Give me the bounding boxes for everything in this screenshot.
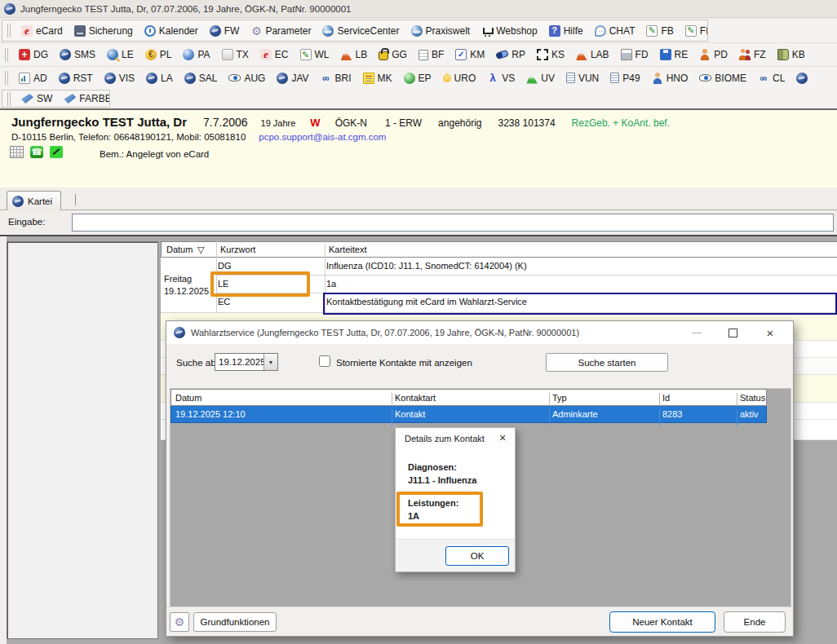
toolbar-grip[interactable] (5, 48, 8, 62)
toolbar-button[interactable]: EC (255, 47, 294, 62)
toolbar-button[interactable]: Webshop (476, 24, 542, 38)
toolbar-button[interactable]: EP (398, 71, 437, 86)
form-pencil-icon (685, 25, 697, 37)
toolbar-button[interactable]: FARBE (58, 91, 110, 106)
toolbar-button[interactable]: LB (335, 47, 374, 62)
toolbar-button-label: EC (275, 49, 289, 60)
toolbar-button-label: Hilfe (564, 25, 583, 37)
kontakt-header-datum[interactable]: Datum (175, 393, 202, 403)
vaccine-syringe-icon[interactable] (50, 146, 63, 158)
toolbar-button[interactable]: BRI (315, 71, 357, 86)
kartei-header-kurzwort[interactable]: Kurzwort (220, 245, 255, 254)
toolbar-button-label: WL (315, 49, 330, 60)
toolbar-button[interactable]: CHAT (589, 24, 641, 38)
kontakt-row-selected[interactable]: 19.12.2025 12:10 Kontakt Adminkarte 8283… (170, 406, 767, 423)
toolbar-button[interactable]: FW (204, 24, 246, 38)
kontakt-header-id[interactable]: Id (662, 393, 670, 403)
toolbar-button[interactable]: AD (13, 71, 53, 86)
toolbar-button[interactable]: FB (640, 24, 679, 38)
eingabe-input[interactable] (72, 214, 834, 232)
maximize-icon[interactable] (726, 326, 739, 339)
kartei-left-panel[interactable] (7, 241, 158, 639)
toolbar-button[interactable]: KB (772, 47, 811, 62)
minimize-icon[interactable]: — (690, 326, 703, 339)
toolbar-button[interactable]: VUN (560, 71, 604, 86)
calendar-grid-icon[interactable] (10, 146, 24, 158)
toolbar-button[interactable]: eCard (16, 24, 69, 38)
toolbar-button[interactable]: HNO (646, 71, 694, 86)
toolbar-button[interactable]: UV (520, 71, 560, 86)
euro-coin-icon (145, 49, 157, 60)
phone-green-icon[interactable] (30, 146, 43, 158)
toolbar-button[interactable]: PL (140, 47, 178, 62)
patient-banner-line2: D-10115 Berlin, Telefon: 06648190121, Mo… (11, 132, 386, 142)
patient-email-link[interactable]: pcpo.support@ais-at.cgm.com (259, 132, 386, 142)
toolbar-button[interactable]: AUG (223, 71, 271, 86)
date-combobox[interactable]: 19.12.2025 ▼ (215, 353, 278, 371)
chevron-down-icon[interactable]: ▼ (264, 354, 277, 370)
toolbar-button[interactable]: GG (373, 47, 413, 62)
toolbar-button[interactable]: LE (101, 47, 140, 62)
toolbar-button[interactable]: KS (531, 47, 570, 62)
toolbar-button[interactable] (790, 71, 817, 86)
tab-kartei-label: Kartei (28, 196, 52, 206)
suche-starten-button[interactable]: Suche starten (546, 353, 668, 372)
flask-icon (341, 49, 352, 60)
toolbar-button[interactable]: RST (53, 71, 99, 86)
ok-button[interactable]: OK (445, 546, 509, 566)
kontakt-header-status[interactable]: Status (740, 393, 765, 403)
toolbar-button[interactable]: BF (413, 47, 450, 62)
toolbar-button[interactable]: Kalender (139, 24, 204, 38)
close-icon[interactable]: × (764, 326, 777, 339)
tab-kartei[interactable]: Kartei (7, 191, 61, 210)
settings-button[interactable] (170, 612, 189, 632)
toolbar-button[interactable]: ServiceCenter (317, 24, 405, 38)
toolbar-button[interactable]: LA (140, 71, 179, 86)
kontakt-cell-id: 8283 (662, 409, 682, 419)
toolbar-button[interactable]: FL (680, 24, 708, 38)
toolbar-button[interactable]: Sicherung (69, 24, 139, 38)
toolbar-grip[interactable] (7, 24, 11, 37)
neuer-kontakt-button[interactable]: Neuer Kontakt (609, 611, 715, 633)
toolbar-button[interactable]: KM (450, 47, 490, 62)
toolbar-button[interactable]: LAB (570, 47, 615, 62)
patient-birthdate: 7.7.2006 (203, 116, 248, 129)
ende-button[interactable]: Ende (724, 611, 786, 633)
close-icon[interactable]: × (496, 431, 509, 444)
kartei-header-karteitext[interactable]: Karteitext (329, 245, 366, 254)
kartei-header-datum[interactable]: Datum (166, 245, 193, 254)
toolbar-button[interactable]: SMS (54, 47, 101, 62)
kontakt-header-kontaktart[interactable]: Kontaktart (395, 393, 436, 403)
toolbar-button[interactable]: JAV (271, 71, 314, 86)
grundfunktionen-button[interactable]: Grundfunktionen (193, 612, 277, 632)
toolbar-button[interactable]: PD (693, 47, 733, 62)
stornierte-checkbox[interactable] (319, 355, 330, 367)
toolbar-button[interactable]: DG (13, 47, 54, 62)
toolbar-button-label: AUG (244, 73, 265, 84)
toolbar-grip[interactable] (5, 71, 8, 85)
toolbar-button[interactable]: Praxiswelt (405, 24, 476, 38)
kontakt-header-typ[interactable]: Typ (552, 393, 567, 403)
form-pencil-icon (646, 25, 658, 37)
toolbar-button[interactable]: BIOME (693, 71, 752, 86)
toolbar-button[interactable]: RP (490, 47, 531, 62)
toolbar-grip[interactable] (7, 92, 11, 106)
toolbar-button[interactable]: WL (294, 47, 335, 62)
toolbar-button[interactable]: MK (357, 71, 398, 86)
toolbar-button[interactable]: SAL (179, 71, 224, 86)
toolbar-button[interactable]: VIS (99, 71, 140, 86)
sort-descending-icon[interactable]: ▽ (197, 245, 204, 255)
toolbar-button[interactable]: Parameter (245, 24, 317, 38)
toolbar-button[interactable]: PA (177, 47, 215, 62)
clock-icon (144, 25, 156, 37)
toolbar-button[interactable]: URO (437, 71, 482, 86)
toolbar-button[interactable]: CL (752, 71, 790, 86)
toolbar-button[interactable]: VS (481, 71, 520, 86)
toolbar-button[interactable]: SW (16, 91, 58, 106)
toolbar-button[interactable]: FD (615, 47, 654, 62)
toolbar-button[interactable]: Hilfe (543, 24, 589, 38)
toolbar-button[interactable]: RE (654, 47, 694, 62)
toolbar-button[interactable]: FZ (733, 47, 772, 62)
toolbar-button[interactable]: P49 (604, 71, 645, 86)
toolbar-button[interactable]: TX (216, 47, 255, 62)
